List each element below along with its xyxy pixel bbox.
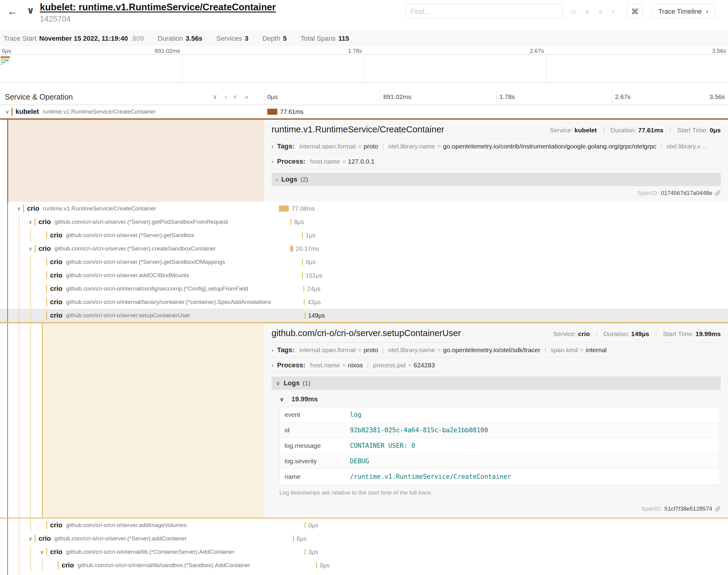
span-duration-bar[interactable]: [290, 219, 291, 225]
span-timeline-cell[interactable]: 24μs: [302, 282, 728, 295]
span-name-cell[interactable]: ∨criogithub.com/cri-o/cri-o/internal/fac…: [0, 295, 302, 309]
trace-title-link[interactable]: kubelet: runtime.v1.RuntimeService/Creat…: [40, 2, 276, 13]
span-duration-bar[interactable]: [316, 562, 317, 568]
span-name-cell[interactable]: ∨criogithub.com/cri-o/cri-o/server.setup…: [0, 309, 302, 322]
span-duration-bar[interactable]: [305, 522, 305, 528]
expand-all-icon[interactable]: »: [245, 93, 249, 100]
span-row[interactable]: ∨kubeletruntime.v1.RuntimeService/Create…: [0, 105, 728, 119]
trace-view-selector-button[interactable]: Trace Timeline ∨: [652, 4, 715, 19]
span-row[interactable]: ∨criogithub.com/cri-o/cri-o/server.addOC…: [0, 269, 728, 282]
copy-link-icon[interactable]: [715, 506, 721, 512]
span-name-cell[interactable]: ∨criogithub.com/cri-o/cri-o/internal/lib…: [0, 559, 313, 572]
span-name-cell[interactable]: ∨criogithub.com/cri-o/cri-o/server.(*Ser…: [0, 229, 302, 242]
span-timeline-cell[interactable]: 3μs: [302, 545, 728, 559]
span-row[interactable]: ∨criogithub.com/cri-o/cri-o/server.(*Ser…: [0, 255, 728, 269]
span-row[interactable]: ∨criogithub.com/cri-o/cri-o/server.(*Ser…: [0, 215, 728, 229]
span-timeline-cell[interactable]: 149μs: [302, 309, 728, 322]
span-duration-bar[interactable]: [305, 312, 305, 318]
span-timeline-cell[interactable]: 1μs: [302, 229, 728, 242]
trace-header-collapse-chevron-icon[interactable]: ∨: [27, 5, 34, 16]
span-timeline-cell[interactable]: 8μs: [290, 215, 728, 229]
span-name-cell[interactable]: ∨crioruntime.v1.RuntimeService/CreateCon…: [0, 202, 279, 215]
span-id-label: SpanID:: [641, 505, 662, 512]
service-name-label: crio: [50, 298, 62, 306]
span-name-cell[interactable]: ∨criogithub.com/cri-o/cri-o/server.addOC…: [0, 269, 302, 282]
tags-section[interactable]: › Tags: internal.span.format = proto | o…: [271, 342, 721, 358]
span-row[interactable]: ∨criogithub.com/cri-o/cri-o/server.(*Ser…: [0, 532, 728, 545]
span-row[interactable]: ∨criogithub.com/cri-o/cri-o/internal/fac…: [0, 295, 728, 309]
span-duration-bar[interactable]: [304, 299, 305, 305]
expand-one-icon[interactable]: ›: [225, 93, 227, 100]
process-section[interactable]: › Process: host.name = 127.0.0.1: [271, 154, 721, 169]
span-timeline-cell[interactable]: 6μs: [290, 532, 728, 545]
span-name-cell[interactable]: ∨criogithub.com/cri-o/cri-o/internal/lib…: [0, 545, 302, 559]
next-match-icon[interactable]: ∨: [598, 8, 603, 16]
span-duration-bar[interactable]: [302, 259, 303, 265]
process-key: process.pid: [373, 362, 405, 369]
expand-collapse-chevron-icon[interactable]: ∨: [3, 109, 11, 115]
expand-collapse-chevron-icon[interactable]: ∨: [26, 536, 35, 542]
span-duration-bar[interactable]: [290, 246, 293, 252]
span-row[interactable]: ∨criogithub.com/cri-o/cri-o/server.(*Ser…: [0, 229, 728, 242]
process-section[interactable]: › Process: host.name = nixos | process.p…: [271, 358, 721, 373]
separator: |: [383, 346, 384, 354]
tag-value: proto: [364, 346, 378, 354]
minimap-scrubber[interactable]: [0, 54, 728, 83]
span-row[interactable]: ∨criogithub.com/cri-o/cri-o/server.(*Ser…: [0, 242, 728, 255]
back-arrow-icon[interactable]: ←: [7, 5, 18, 18]
span-timeline-cell[interactable]: 0μs: [290, 572, 728, 575]
expand-collapse-chevron-icon[interactable]: ∨: [26, 246, 35, 252]
span-duration-bar[interactable]: [305, 549, 305, 555]
span-duration-bar[interactable]: [279, 206, 289, 212]
span-row[interactable]: ∨crioruntime.v1.RuntimeService/CreateCon…: [0, 202, 728, 215]
span-timeline-cell[interactable]: 77.08ms: [279, 202, 728, 215]
expand-collapse-chevron-icon[interactable]: ∨: [26, 219, 35, 225]
logs-section-toggle[interactable]: ∨ Logs (1): [271, 376, 721, 390]
span-row[interactable]: ∨criogithub.com/cri-o/cri-o/server.setup…: [0, 309, 728, 322]
span-name-cell[interactable]: ∨kubeletruntime.v1.RuntimeService/Create…: [0, 105, 267, 119]
span-duration-bar[interactable]: [267, 109, 277, 115]
span-name-cell[interactable]: ∨criogithub.com/cri-o/cri-o/server.(*Ser…: [0, 255, 302, 269]
find-input[interactable]: [406, 8, 563, 16]
span-timeline-cell[interactable]: 151μs: [302, 269, 728, 282]
span-timeline-cell[interactable]: 43μs: [302, 295, 728, 309]
span-name-cell[interactable]: ∨criogithub.com/cri-o/cri-o/server.(*Ser…: [0, 242, 290, 255]
expand-collapse-chevron-icon[interactable]: ∨: [38, 549, 46, 555]
span-name-cell[interactable]: ∨criogithub.com/cri-o/cri-o/internal/con…: [0, 282, 302, 295]
operation-name-label: github.com/cri-o/cri-o/server.(*Server).…: [54, 535, 187, 542]
span-name-cell[interactable]: ∨criogithub.com/cri-o/cri-o/server.addIm…: [0, 518, 302, 532]
span-row[interactable]: ∨criogithub.com/cri-o/cri-o/internal/lib…: [0, 545, 728, 559]
span-duration-bar[interactable]: [293, 536, 294, 542]
span-row[interactable]: ∨criogithub.com/cri-o/cri-o/server.addIm…: [0, 518, 728, 532]
span-name-cell[interactable]: ∨criogithub.com/cri-o/cri-o/server.(*Ser…: [0, 215, 290, 229]
focus-match-icon[interactable]: ◎: [570, 8, 576, 16]
tags-section[interactable]: › Tags: internal.span.format = proto | o…: [271, 139, 721, 154]
collapse-one-icon[interactable]: ∨: [212, 93, 217, 100]
span-duration-label: 0μs: [320, 559, 330, 572]
span-timeline-cell[interactable]: 20.17ms: [290, 242, 728, 255]
tags-label: Tags:: [277, 346, 294, 354]
span-row[interactable]: ∨criogithub.com/cri-o/cri-o/server.(*Ser…: [0, 572, 728, 575]
keyboard-shortcuts-button[interactable]: ⌘: [627, 4, 643, 19]
expand-collapse-chevron-icon[interactable]: ∨: [14, 206, 23, 212]
span-row[interactable]: ∨criogithub.com/cri-o/cri-o/internal/con…: [0, 282, 728, 295]
span-timeline-cell[interactable]: 77.61ms: [267, 105, 728, 119]
copy-link-icon[interactable]: [715, 190, 721, 196]
prev-match-icon[interactable]: ∧: [585, 8, 590, 16]
log-entry-toggle[interactable]: ∨ 19.99ms: [279, 395, 720, 403]
span-timeline-cell[interactable]: 0μs: [302, 518, 728, 532]
span-timeline-cell[interactable]: 0μs: [313, 559, 728, 572]
span-row[interactable]: ∨criogithub.com/cri-o/cri-o/internal/lib…: [0, 559, 728, 572]
command-icon: ⌘: [631, 7, 639, 16]
span-duration-bar[interactable]: [302, 272, 303, 278]
span-timeline-cell[interactable]: 0μs: [302, 255, 728, 269]
logs-section-toggle[interactable]: › Logs (2): [271, 173, 721, 186]
span-duration-bar[interactable]: [302, 232, 303, 238]
span-name-cell[interactable]: ∨criogithub.com/cri-o/cri-o/server.(*Ser…: [0, 572, 290, 575]
indent-guide: [7, 282, 8, 295]
span-name-cell[interactable]: ∨criogithub.com/cri-o/cri-o/server.(*Ser…: [0, 532, 290, 545]
clear-find-icon[interactable]: ×: [611, 8, 615, 16]
collapse-all-icon[interactable]: »: [232, 95, 239, 99]
span-duration-bar[interactable]: [303, 286, 304, 292]
tag-value: proto: [364, 143, 378, 150]
